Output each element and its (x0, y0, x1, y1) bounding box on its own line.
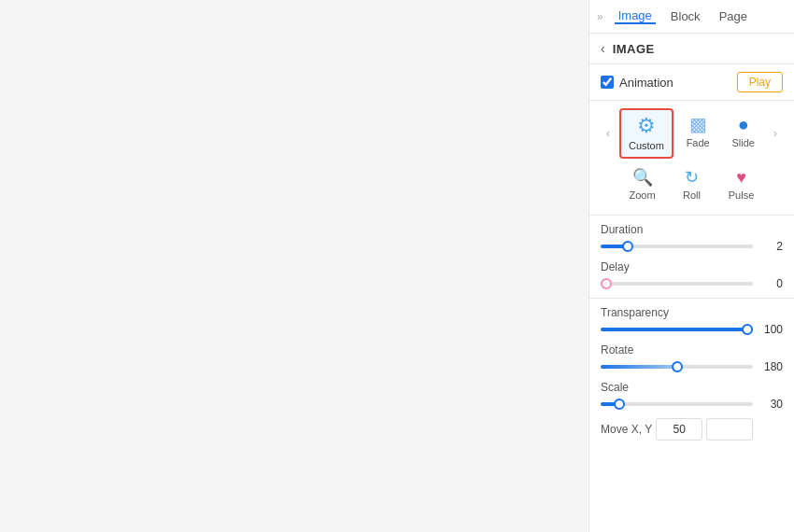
pulse-icon: ♥ (736, 169, 746, 186)
duration-thumb[interactable] (622, 241, 633, 252)
zoom-icon: 🔍 (632, 169, 653, 186)
transparency-row: Transparency 100 (601, 306, 783, 336)
move-label: Move X, Y (601, 423, 652, 436)
anim-item-fade[interactable]: ▩ Fade (677, 108, 719, 159)
transparency-track[interactable] (601, 328, 753, 331)
next-arrow[interactable]: › (768, 126, 783, 141)
transparency-control: 100 (601, 323, 783, 336)
anim-item-pulse[interactable]: ♥ Pulse (718, 162, 764, 207)
panel-header: ‹ IMAGE (589, 34, 794, 64)
anim-items-row-1: ⚙ Custom ▩ Fade ● Slide (619, 108, 764, 159)
anim-item-roll[interactable]: ↻ Roll (669, 162, 715, 207)
scale-thumb[interactable] (614, 399, 625, 410)
scale-control: 30 (601, 398, 783, 411)
roll-icon: ↻ (685, 169, 699, 186)
delay-row: Delay 0 (601, 260, 783, 290)
animation-checkbox[interactable] (601, 76, 614, 89)
duration-row: Duration 2 (601, 223, 783, 253)
tab-page[interactable]: Page (716, 9, 751, 23)
custom-label: Custom (629, 140, 664, 151)
rotate-thumb[interactable] (672, 361, 683, 372)
anim-item-zoom[interactable]: 🔍 Zoom (619, 162, 665, 207)
animation-label-wrap: Animation (601, 76, 673, 90)
scale-label: Scale (601, 381, 783, 394)
duration-value: 2 (760, 240, 783, 253)
transparency-thumb[interactable] (742, 324, 753, 335)
slide-label: Slide (731, 137, 754, 148)
delay-label: Delay (601, 260, 783, 273)
custom-icon: ⚙ (637, 116, 656, 136)
fade-icon: ▩ (689, 115, 707, 133)
duration-label: Duration (601, 223, 783, 236)
custom-section: Transparency 100 Rotate 180 Scale (589, 299, 794, 455)
duration-control: 2 (601, 240, 783, 253)
transparency-value: 100 (760, 323, 783, 336)
move-x-input[interactable] (656, 418, 702, 441)
anim-item-slide[interactable]: ● Slide (722, 108, 764, 159)
pulse-label: Pulse (729, 189, 755, 201)
rotate-fill (601, 365, 677, 369)
animation-grid: ‹ ⚙ Custom ▩ Fade ● Slide › ‹ (589, 101, 794, 216)
animation-row: Animation Play (589, 64, 794, 101)
roll-label: Roll (683, 189, 701, 201)
play-button[interactable]: Play (737, 72, 783, 92)
delay-value: 0 (760, 277, 783, 290)
delay-thumb[interactable] (601, 278, 612, 289)
animation-label: Animation (619, 76, 673, 90)
transparency-label: Transparency (601, 306, 783, 319)
basic-sliders: Duration 2 Delay 0 (589, 216, 794, 299)
tab-image[interactable]: Image (615, 8, 656, 24)
back-icon[interactable]: ‹ (601, 41, 605, 56)
anim-item-custom[interactable]: ⚙ Custom (619, 108, 673, 159)
prev-arrow[interactable]: ‹ (601, 126, 616, 141)
rotate-control: 180 (601, 360, 783, 373)
move-row: Move X, Y (601, 418, 783, 441)
move-inputs: Move X, Y (601, 418, 783, 441)
scale-value: 30 (760, 398, 783, 411)
panel-title: IMAGE (613, 42, 655, 56)
tab-block[interactable]: Block (667, 9, 704, 23)
rotate-label: Rotate (601, 343, 783, 357)
duration-track[interactable] (601, 245, 753, 248)
animation-row-1: ‹ ⚙ Custom ▩ Fade ● Slide › (601, 108, 783, 159)
right-panel: » Image Block Page ‹ IMAGE Animation Pla… (588, 0, 794, 532)
rotate-track[interactable] (601, 365, 753, 369)
panel-tabs: » Image Block Page (589, 0, 794, 34)
scale-row: Scale 30 (601, 381, 783, 411)
move-y-input[interactable] (706, 418, 753, 441)
slide-icon: ● (738, 115, 749, 133)
transparency-fill (601, 328, 753, 331)
rotate-row: Rotate 180 (601, 343, 783, 373)
delay-control: 0 (601, 277, 783, 290)
rotate-value: 180 (760, 360, 783, 373)
animation-row-2: ‹ 🔍 Zoom ↻ Roll ♥ Pulse › (601, 162, 783, 207)
expand-icon[interactable]: » (597, 10, 603, 23)
zoom-label: Zoom (629, 189, 655, 201)
fade-label: Fade (687, 137, 710, 148)
anim-items-row-2: 🔍 Zoom ↻ Roll ♥ Pulse (619, 162, 764, 207)
main-canvas (0, 0, 588, 532)
delay-track[interactable] (601, 282, 753, 286)
scale-track[interactable] (601, 402, 753, 406)
